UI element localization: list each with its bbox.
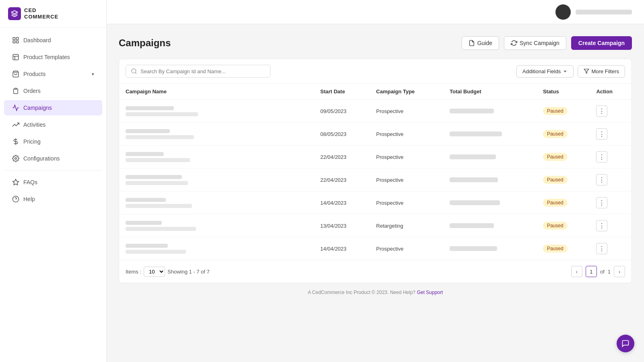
svg-marker-12 [13,179,19,185]
sync-campaign-button[interactable]: Sync Campaign [504,36,566,50]
orders-icon [12,87,19,95]
showing-text: Showing 1 - 7 of 7 [167,269,210,275]
total-budget-cell [443,123,537,146]
next-page-button[interactable]: › [614,266,625,277]
nav-divider [4,170,102,171]
pricing-icon [12,138,19,145]
campaign-type-cell: Retargeting [370,214,444,237]
status-badge: Paused [543,222,568,230]
guide-button[interactable]: Guide [462,36,499,50]
of-text: of [600,269,605,275]
name-placeholder-7 [126,244,168,248]
name-sub-placeholder-5 [126,204,192,208]
more-filters-button[interactable]: More Filters [578,65,625,78]
svg-rect-1 [13,37,15,39]
action-cell: ⋮ [590,191,632,214]
page-header: Campaigns Guide Sync Campaign Creat [119,36,632,50]
sidebar-item-campaigns[interactable]: Campaigns [4,100,102,115]
action-menu-button[interactable]: ⋮ [596,243,607,254]
dashboard-icon [12,37,19,44]
sidebar-item-label: Products [23,71,45,77]
top-bar [107,0,644,24]
campaign-name-cell [119,237,314,260]
svg-point-11 [15,158,17,160]
name-placeholder-5 [126,198,166,202]
col-campaign-name: Campaign Name [119,84,314,100]
total-pages: 1 [608,269,611,275]
sidebar-item-label: FAQs [23,179,37,185]
sidebar-item-products[interactable]: Products ▾ [4,66,102,82]
footer-text: A CedCommerce Inc Product © 2023. Need H… [308,290,416,295]
pagination-bar: Items : 10 25 50 Showing 1 - 7 of 7 ‹ 1 … [119,260,632,283]
total-budget-cell [443,214,537,237]
sidebar-item-label: Pricing [23,138,41,145]
status-cell: Paused [537,191,590,214]
sidebar-item-help[interactable]: Help [4,191,102,207]
page-footer: A CedCommerce Inc Product © 2023. Need H… [119,283,632,302]
status-cell: Paused [537,214,590,237]
campaigns-table-card: Additional Fields More Filters [119,59,632,283]
svg-marker-17 [584,69,589,74]
sidebar-item-orders[interactable]: Orders [4,83,102,99]
additional-fields-button[interactable]: Additional Fields [516,65,574,78]
name-sub-placeholder-3 [126,158,190,162]
budget-placeholder [450,246,497,251]
sidebar-item-pricing[interactable]: Pricing [4,134,102,149]
action-menu-button[interactable]: ⋮ [596,105,607,117]
svg-line-16 [135,72,136,74]
logo-text: CED COMMERCE [24,7,58,20]
status-badge: Paused [543,107,568,115]
sidebar-item-product-templates[interactable]: Product Templates [4,49,102,65]
start-date-cell: 09/05/2023 [314,100,370,123]
status-cell: Paused [537,123,590,146]
logo-icon [8,7,21,20]
status-badge: Paused [543,245,568,253]
chat-icon [621,339,630,348]
search-input[interactable] [140,68,265,74]
table-row: 22/04/2023 Prospective Paused ⋮ [119,146,632,169]
col-start-date: Start Date [314,84,370,100]
campaigns-table: Campaign Name Start Date Campaign Type T… [119,84,632,260]
status-cell: Paused [537,100,590,123]
action-cell: ⋮ [590,123,632,146]
budget-placeholder [450,200,500,205]
faqs-icon [12,179,19,186]
start-date-cell: 14/04/2023 [314,191,370,214]
campaign-type-cell: Prospective [370,191,444,214]
campaign-type-cell: Prospective [370,146,444,169]
action-menu-button[interactable]: ⋮ [596,151,607,162]
action-menu-button[interactable]: ⋮ [596,128,607,140]
items-per-page: Items : 10 25 50 Showing 1 - 7 of 7 [126,267,210,277]
configurations-icon [12,155,19,162]
name-placeholder-1 [126,106,174,110]
sidebar-item-configurations[interactable]: Configurations [4,151,102,166]
sidebar-item-label: Configurations [23,155,60,162]
action-menu-button[interactable]: ⋮ [596,220,607,231]
chat-fab-button[interactable] [617,335,634,352]
prev-page-button[interactable]: ‹ [571,266,582,277]
items-label: Items : [126,269,141,275]
name-sub-placeholder-4 [126,181,188,185]
campaign-name-cell [119,169,314,191]
svg-point-15 [132,69,136,73]
sidebar-item-faqs[interactable]: FAQs [4,175,102,190]
sidebar-item-dashboard[interactable]: Dashboard [4,33,102,48]
action-menu-button[interactable]: ⋮ [596,174,607,185]
budget-placeholder [450,132,502,136]
status-cell: Paused [537,237,590,260]
help-icon [12,195,19,203]
status-badge: Paused [543,176,568,184]
campaign-type-cell: Prospective [370,100,444,123]
campaign-type-cell: Prospective [370,169,444,191]
start-date-cell: 22/04/2023 [314,169,370,191]
search-box[interactable] [126,65,270,78]
svg-rect-9 [15,88,17,89]
action-menu-button[interactable]: ⋮ [596,197,607,208]
create-campaign-button[interactable]: Create Campaign [571,36,632,50]
start-date-cell: 08/05/2023 [314,123,370,146]
get-support-link[interactable]: Get Support [417,290,443,295]
items-per-page-select[interactable]: 10 25 50 [144,267,165,277]
sidebar-item-label: Campaigns [23,105,52,111]
sidebar-item-activities[interactable]: Activities [4,117,102,132]
chevron-down-icon [563,69,568,74]
